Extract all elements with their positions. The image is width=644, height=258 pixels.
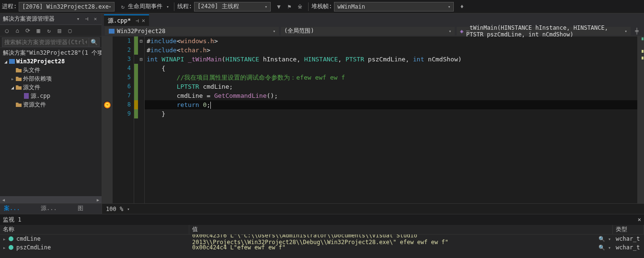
variable-icon — [8, 235, 14, 242]
editor-status-bar: 100 % ▾ — [102, 203, 644, 214]
tool-icon[interactable]: ♦ — [458, 2, 466, 11]
tab-source-cpp[interactable]: 源.cpp* ⊣ × — [104, 14, 149, 26]
scope-project-dropdown[interactable]: Win32Project28 ▾ — [105, 27, 279, 35]
visualizer-icon[interactable]: 🔍 — [598, 236, 605, 242]
col-name[interactable]: 名称 — [0, 225, 189, 234]
scope-function-dropdown[interactable]: ◈ _tWinMain(HINSTANCE hInstance, HINSTAN… — [457, 27, 631, 35]
svg-rect-2 — [24, 93, 29, 99]
process-label: 进程: — [2, 2, 17, 11]
breakpoint-gutter[interactable] — [102, 36, 113, 203]
scope-function-label: _tWinMain(HINSTANCE hInstance, HINSTANCE… — [466, 24, 625, 38]
line-number: 1 — [113, 36, 131, 46]
panel-title: 解决方案资源管理器 — [3, 15, 73, 23]
expand-icon[interactable]: ▹ — [3, 236, 6, 242]
fold-gutter[interactable]: ⊟ ⊟ — [138, 36, 145, 203]
back-icon[interactable]: ◯ — [2, 26, 12, 35]
project-label: Win32Project28 — [16, 58, 65, 65]
project-tree: 解决方案"Win32Project28"(1 个项 ◢ Win32Project… — [0, 48, 102, 203]
caret-icon: ▾ — [265, 4, 267, 9]
caret-icon: ▾ — [448, 4, 450, 9]
source-file[interactable]: 源.cpp — [0, 92, 102, 100]
watch-row[interactable]: ▹cmdLine 0x00c423f6 L"\"C:\\Users\\Admin… — [0, 235, 644, 243]
scope-global-dropdown[interactable]: (全局范围) ▾ — [281, 27, 455, 35]
scroll-right-icon[interactable]: ▶ — [94, 196, 102, 203]
code-editor: 源.cpp* ⊣ × Win32Project28 ▾ (全局范围) ▾ ◈ _… — [102, 13, 644, 214]
visualizer-icon[interactable]: 🔍 — [598, 245, 605, 251]
line-number: 8 — [113, 100, 131, 109]
code-area[interactable]: 1 2 3 4 5 6 7 8 9 ⊟ ⊟ #include<windows.h… — [102, 36, 644, 203]
folder-icon — [15, 75, 22, 82]
properties-icon[interactable]: ▤ — [55, 26, 64, 35]
file-label: 源.cpp — [31, 92, 50, 100]
process-dropdown[interactable]: [2076] Win32Project28.exe▾ — [19, 2, 115, 12]
expand-icon[interactable]: ▹ — [3, 245, 6, 250]
watch-title: 监视 1 — [3, 216, 638, 224]
scroll-left-icon[interactable]: ◀ — [0, 196, 7, 203]
fold-marker[interactable]: ⊟ — [138, 36, 144, 46]
fold-marker[interactable]: ⊟ — [138, 55, 144, 64]
folder-icon — [15, 101, 22, 108]
panel-menu-icon[interactable]: ▾ — [75, 16, 81, 23]
caret-icon[interactable]: ▾ — [166, 4, 169, 9]
zoom-caret-icon[interactable]: ▾ — [127, 207, 129, 211]
line-number-gutter: 1 2 3 4 5 6 7 8 9 — [113, 36, 134, 203]
solution-node[interactable]: 解决方案"Win32Project28"(1 个项 — [0, 48, 102, 57]
threads-icon[interactable]: ※ — [296, 2, 304, 11]
close-icon[interactable]: × — [638, 216, 641, 223]
pin-icon[interactable]: ⊣ — [136, 18, 139, 24]
chevron-down-icon: ◢ — [3, 59, 9, 64]
scope-project-label: Win32Project28 — [117, 28, 165, 35]
method-icon: ◈ — [460, 28, 464, 35]
col-type[interactable]: 类型 — [613, 225, 644, 234]
watch-row[interactable]: ▹pszCmdLine 0x00c424c4 L"efew ewf ew f"🔍… — [0, 243, 644, 252]
text-caret — [210, 102, 211, 109]
variable-icon — [8, 244, 14, 251]
chevron-right-icon: ▹ — [10, 76, 15, 82]
stackframe-dropdown[interactable]: wWinMain▾ — [334, 2, 454, 12]
solution-explorer: 解决方案资源管理器 ▾ ⊣ × ◯ ⌂ ⟳ ▦ ↻ ▤ ▢ 🔍 解决方案"Win… — [0, 13, 102, 214]
refresh-icon[interactable]: ↻ — [118, 2, 127, 11]
sync-icon[interactable]: ⟳ — [23, 26, 33, 35]
zoom-level[interactable]: 100 % — [106, 206, 123, 212]
refresh-icon[interactable]: ↻ — [44, 26, 54, 35]
flag-icon[interactable]: ⚑ — [285, 2, 294, 11]
caret-icon: ▾ — [625, 29, 627, 34]
separator — [308, 2, 309, 11]
project-node[interactable]: ◢ Win32Project28 — [0, 57, 102, 66]
side-panel-tabs: 解决方案... 团队资源... 资源视图 — [0, 203, 102, 214]
split-icon[interactable]: ╪ — [632, 27, 641, 35]
external-folder[interactable]: ▹ 外部依赖项 — [0, 74, 102, 83]
svg-rect-3 — [109, 29, 115, 34]
sources-folder[interactable]: ◢ 源文件 — [0, 83, 102, 92]
folder-label: 头文件 — [23, 66, 40, 74]
headers-folder[interactable]: 头文件 — [0, 66, 102, 74]
show-all-icon[interactable]: ▦ — [34, 26, 43, 35]
close-icon[interactable]: × — [142, 17, 145, 24]
caret-icon[interactable]: ▾ — [608, 245, 611, 250]
watch-header: 监视 1 × — [0, 214, 644, 225]
svg-point-4 — [9, 236, 13, 241]
col-value[interactable]: 值 — [189, 225, 613, 234]
horizontal-scrollbar[interactable]: ◀ ▶ — [0, 196, 102, 203]
home-icon[interactable]: ⌂ — [12, 26, 22, 35]
overview-ruler[interactable] — [637, 36, 644, 203]
explorer-search: 🔍 — [0, 36, 102, 48]
folder-icon — [15, 84, 22, 91]
watch-rows: ▹cmdLine 0x00c423f6 L"\"C:\\Users\\Admin… — [0, 235, 644, 258]
chevron-down-icon: ◢ — [10, 85, 15, 90]
project-icon — [9, 58, 15, 65]
resources-folder[interactable]: 资源文件 — [0, 100, 102, 109]
tab-label: 源.cpp* — [108, 17, 131, 25]
search-input[interactable] — [2, 37, 89, 47]
close-icon[interactable]: × — [92, 16, 99, 23]
thread-dropdown[interactable]: [2420] 主线程▾ — [194, 2, 271, 12]
ruler-mark — [642, 50, 644, 53]
search-button[interactable]: 🔍 — [89, 37, 100, 47]
stack-value: wWinMain — [337, 3, 365, 10]
collapse-icon[interactable]: ▢ — [65, 26, 75, 35]
caret-icon[interactable]: ▾ — [608, 236, 611, 242]
funnel-icon[interactable]: ▼ — [275, 2, 283, 11]
pin-icon[interactable]: ⊣ — [83, 16, 90, 23]
code-text[interactable]: #include<windows.h> #include<tchar.h> in… — [145, 36, 637, 203]
folder-label: 外部依赖项 — [23, 75, 52, 83]
